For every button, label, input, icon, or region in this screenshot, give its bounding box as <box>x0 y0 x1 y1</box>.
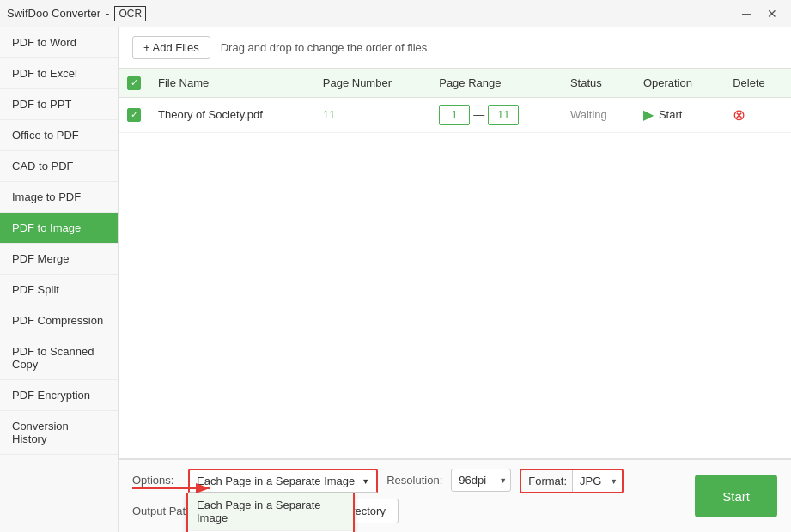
app-name: SwifDoo Converter <box>7 7 100 20</box>
page-number-cell: 11 <box>314 97 430 132</box>
format-wrapper: Format: JPG PNG BMP TIFF ▼ <box>520 469 624 493</box>
toolbar: + Add Files Drag and drop to change the … <box>119 27 791 69</box>
header-operation: Operation <box>635 69 724 97</box>
close-button[interactable]: ✕ <box>760 3 784 24</box>
row-checkbox-cell: ✓ <box>119 97 149 132</box>
sidebar-item-pdf-split[interactable]: PDF Split <box>0 275 118 305</box>
format-label: Format: <box>521 470 572 492</box>
header-delete: Delete <box>724 69 791 97</box>
resolution-label: Resolution: <box>386 469 442 487</box>
dropdown-item-each-page[interactable]: Each Page in a Separate Image <box>188 493 353 531</box>
sidebar-item-pdf-to-scanned[interactable]: PDF to Scanned Copy <box>0 336 118 380</box>
start-label: Start <box>659 108 682 121</box>
status-badge: Waiting <box>570 108 607 121</box>
options-dropdown-container: Each Page in a Separate Image ▼ Each Pag… <box>188 469 378 493</box>
operation-cell: ▶ Start <box>635 97 724 132</box>
options-dropdown-list: Each Page in a Separate Image Selected P… <box>186 493 355 532</box>
options-dropdown[interactable]: Each Page in a Separate Image ▼ <box>188 469 378 493</box>
start-button-container: Start <box>695 475 777 517</box>
format-select[interactable]: JPG PNG BMP TIFF <box>572 470 622 492</box>
header-status: Status <box>562 69 635 97</box>
sidebar-item-image-to-pdf[interactable]: Image to PDF <box>0 182 118 213</box>
page-range-cell: — <box>430 97 562 132</box>
header-checkbox-cell: ✓ <box>119 69 149 97</box>
sidebar-item-pdf-merge[interactable]: PDF Merge <box>0 244 118 275</box>
table-header-row: ✓ File Name Page Number Page Range Statu… <box>119 69 791 97</box>
sidebar-item-pdf-to-ppt[interactable]: PDF to PPT <box>0 89 118 120</box>
start-convert-button[interactable]: Start <box>695 475 777 517</box>
sidebar-item-pdf-compression[interactable]: PDF Compression <box>0 305 118 336</box>
header-file-name: File Name <box>149 69 314 97</box>
resolution-select[interactable]: 72dpi 96dpi 150dpi 300dpi <box>451 469 511 492</box>
page-range-start[interactable] <box>439 105 470 125</box>
sidebar-item-cad-to-pdf[interactable]: CAD to PDF <box>0 151 118 182</box>
file-name-cell: Theory of Society.pdf <box>149 97 314 132</box>
delete-button[interactable]: ⊗ <box>733 106 745 124</box>
header-page-number: Page Number <box>314 69 430 97</box>
table-row: ✓ Theory of Society.pdf 11 — <box>119 97 791 132</box>
file-name: Theory of Society.pdf <box>158 108 263 121</box>
minimize-button[interactable]: ─ <box>734 3 758 24</box>
sidebar-item-pdf-encryption[interactable]: PDF Encryption <box>0 380 118 411</box>
file-table-area: ✓ File Name Page Number Page Range Statu… <box>119 69 791 458</box>
ocr-label: OCR <box>114 6 146 21</box>
window-controls: ─ ✕ <box>734 3 784 24</box>
add-files-button[interactable]: + Add Files <box>132 36 210 59</box>
select-all-checkbox[interactable]: ✓ <box>127 76 141 90</box>
options-label: Options: <box>132 469 179 487</box>
page-number: 11 <box>323 108 335 121</box>
row-checkbox[interactable]: ✓ <box>127 108 141 122</box>
sidebar: PDF to Word PDF to Excel PDF to PPT Offi… <box>0 27 119 532</box>
bottom-bar: Options: Each Page in a Separate Image ▼… <box>119 458 791 532</box>
drag-hint: Drag and drop to change the order of fil… <box>221 41 428 54</box>
sidebar-item-office-to-pdf[interactable]: Office to PDF <box>0 120 118 151</box>
title-bar: SwifDoo Converter - OCR ─ ✕ <box>0 0 791 27</box>
page-range-end[interactable] <box>488 105 519 125</box>
delete-cell: ⊗ <box>724 97 791 132</box>
sidebar-item-pdf-to-image[interactable]: PDF to Image <box>0 213 118 244</box>
dropdown-arrow-icon: ▼ <box>362 477 369 486</box>
status-cell: Waiting <box>562 97 635 132</box>
sidebar-item-conversion-history[interactable]: Conversion History <box>0 411 118 455</box>
resolution-select-wrapper: 72dpi 96dpi 150dpi 300dpi ▼ <box>451 469 511 492</box>
header-page-range: Page Range <box>430 69 562 97</box>
sidebar-item-pdf-to-word[interactable]: PDF to Word <box>0 27 118 58</box>
options-value: Each Page in a Separate Image <box>197 475 355 487</box>
file-table: ✓ File Name Page Number Page Range Statu… <box>119 69 791 133</box>
sidebar-item-pdf-to-excel[interactable]: PDF to Excel <box>0 58 118 89</box>
start-icon[interactable]: ▶ <box>643 106 654 123</box>
